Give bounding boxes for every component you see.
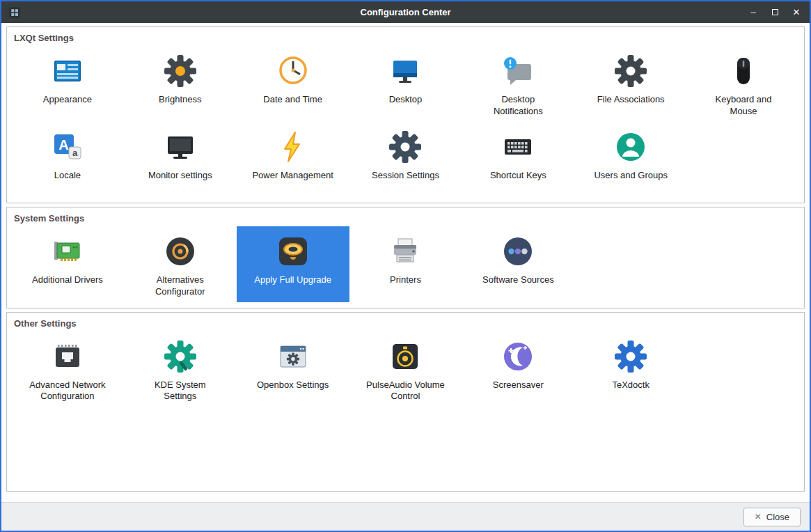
close-button-label: Close (766, 512, 789, 522)
item-label: PulseAudio Volume Control (364, 380, 446, 403)
section-other-settings: Other Settings Advanced Network Configur… (6, 312, 805, 492)
maximize-button[interactable] (770, 8, 780, 17)
item-label: KDE System Settings (139, 380, 221, 403)
item-kde-system-settings[interactable]: KDE System Settings (124, 331, 237, 407)
item-file-associations[interactable]: File Associations (574, 46, 687, 122)
titlebar-close-button[interactable]: ✕ (792, 8, 801, 17)
item-texdoctk[interactable]: TeXdoctk (574, 331, 687, 407)
section-label: Other Settings (11, 314, 800, 331)
item-label: Date and Time (263, 94, 322, 106)
item-locale[interactable]: Aa Locale (11, 122, 124, 197)
item-label: Desktop (389, 94, 423, 106)
item-label: Session Settings (372, 170, 439, 182)
item-label: Power Management (252, 170, 333, 182)
item-label: Alternatives Configurator (139, 274, 221, 298)
session-settings-icon (388, 130, 422, 164)
item-appearance[interactable]: Appearance (11, 46, 124, 122)
item-alternatives-configurator[interactable]: Alternatives Configurator (124, 226, 237, 302)
item-apply-full-upgrade[interactable]: Apply Full Upgrade (237, 226, 349, 302)
footer: ✕ Close (1, 502, 810, 531)
section-label: LXQt Settings (11, 29, 800, 46)
configuration-center-window: Configuration Center – ✕ LXQt Settings A… (0, 0, 811, 532)
item-shortcut-keys[interactable]: Shortcut Keys (462, 122, 574, 197)
printers-icon (388, 235, 422, 268)
texdoctk-icon (614, 340, 647, 373)
keyboard-mouse-icon (727, 54, 760, 88)
close-button[interactable]: ✕ Close (743, 508, 801, 526)
screensaver-icon (501, 340, 535, 373)
item-label: TeXdoctk (612, 380, 649, 391)
desktop-icon (388, 54, 422, 88)
item-label: Monitor settings (148, 170, 212, 182)
item-printers[interactable]: Printers (349, 226, 462, 302)
svg-text:a: a (72, 148, 78, 158)
file-associations-icon (614, 54, 647, 88)
date-time-icon (276, 54, 310, 88)
monitor-settings-icon (164, 130, 197, 164)
additional-drivers-icon (51, 235, 84, 268)
pulseaudio-icon (388, 340, 422, 373)
section-system-settings: System Settings Additional Drivers Alter… (6, 207, 805, 308)
configuration-center-app-icon (8, 6, 21, 19)
section-lxqt-settings: LXQt Settings Appearance Brightness (6, 26, 805, 203)
item-session-settings[interactable]: Session Settings (349, 122, 462, 197)
item-label: Advanced Network Configuration (26, 380, 109, 403)
item-label: Screensaver (493, 380, 544, 391)
item-label: Printers (390, 274, 421, 286)
advanced-network-icon (51, 340, 84, 373)
item-power-management[interactable]: Power Management (237, 122, 349, 197)
system-settings-grid: Additional Drivers Alternatives Configur… (11, 226, 800, 302)
maximize-icon (772, 9, 778, 15)
alternatives-configurator-icon (164, 235, 197, 268)
software-sources-icon (501, 235, 535, 268)
window-title: Configuration Center (1, 7, 810, 17)
item-label: Users and Groups (594, 170, 668, 182)
content-area: LXQt Settings Appearance Brightness (1, 23, 810, 502)
section-label: System Settings (11, 209, 800, 226)
item-additional-drivers[interactable]: Additional Drivers (11, 226, 124, 302)
lxqt-settings-grid: Appearance Brightness Date and Time (11, 46, 800, 197)
locale-icon: Aa (51, 130, 84, 164)
power-management-icon (276, 130, 310, 164)
brightness-icon (164, 54, 197, 88)
item-label: Brightness (159, 94, 201, 106)
item-label: Desktop Notifications (477, 94, 559, 118)
item-label: Shortcut Keys (490, 170, 546, 182)
item-users-and-groups[interactable]: Users and Groups (574, 122, 687, 197)
item-software-sources[interactable]: Software Sources (462, 226, 574, 302)
item-label: Software Sources (482, 274, 554, 286)
minimize-button[interactable]: – (748, 8, 758, 17)
item-label: File Associations (597, 94, 665, 106)
item-openbox-settings[interactable]: Openbox Settings (237, 331, 349, 407)
item-desktop[interactable]: Desktop (349, 46, 462, 122)
other-settings-grid: Advanced Network Configuration KDE Syste… (11, 331, 800, 407)
item-advanced-network-configuration[interactable]: Advanced Network Configuration (11, 331, 124, 407)
appearance-icon (51, 54, 84, 88)
desktop-notifications-icon (501, 54, 535, 88)
item-keyboard-and-mouse[interactable]: Keyboard and Mouse (687, 46, 800, 122)
apply-full-upgrade-icon (276, 235, 310, 268)
kde-system-settings-icon (164, 340, 197, 373)
item-label: Locale (54, 170, 81, 182)
shortcut-keys-icon (501, 130, 535, 164)
item-pulseaudio-volume-control[interactable]: PulseAudio Volume Control (349, 331, 462, 407)
item-label: Additional Drivers (32, 274, 103, 286)
item-label: Openbox Settings (257, 380, 329, 391)
item-screensaver[interactable]: Screensaver (462, 331, 574, 407)
item-label: Keyboard and Mouse (702, 94, 785, 118)
item-desktop-notifications[interactable]: Desktop Notifications (462, 46, 574, 122)
item-label: Apply Full Upgrade (254, 274, 331, 286)
item-monitor-settings[interactable]: Monitor settings (124, 122, 237, 197)
users-groups-icon (614, 130, 647, 164)
titlebar[interactable]: Configuration Center – ✕ (1, 1, 810, 23)
item-date-and-time[interactable]: Date and Time (237, 46, 349, 122)
svg-text:A: A (58, 137, 68, 152)
item-label: Appearance (43, 94, 92, 106)
openbox-settings-icon (276, 340, 310, 373)
item-brightness[interactable]: Brightness (124, 46, 237, 122)
close-icon: ✕ (755, 513, 762, 521)
